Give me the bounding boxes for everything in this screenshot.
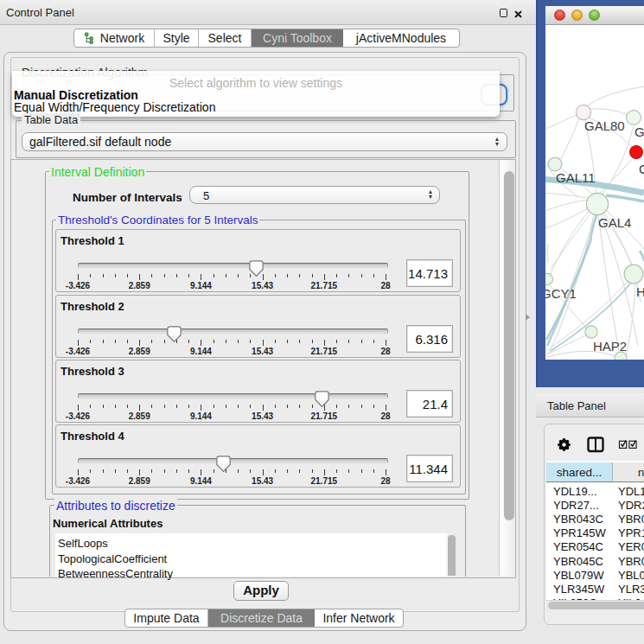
svg-text:GAL4: GAL4 bbox=[598, 215, 631, 230]
svg-text:C: C bbox=[639, 162, 644, 176]
svg-text:H: H bbox=[636, 284, 644, 299]
svg-text:GAL11: GAL11 bbox=[556, 170, 596, 185]
svg-text:GCY1: GCY1 bbox=[545, 286, 577, 301]
svg-text:GA: GA bbox=[634, 124, 644, 139]
svg-text:HAP2: HAP2 bbox=[593, 339, 627, 354]
svg-text:GAL80: GAL80 bbox=[584, 118, 625, 133]
